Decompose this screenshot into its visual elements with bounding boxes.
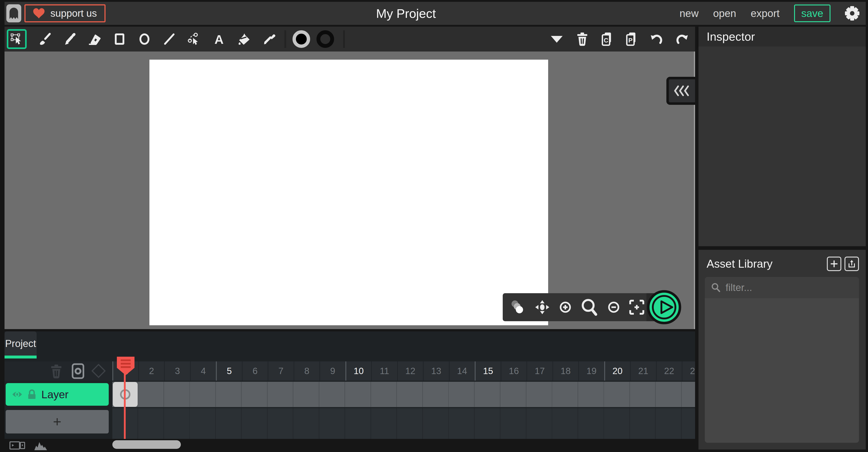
frame-ruler-cell[interactable]: 10 [345, 361, 371, 381]
frame-ruler-cell[interactable]: 20 [604, 361, 630, 381]
upload-asset-button[interactable] [844, 257, 859, 271]
timeline-panel: Project [4, 331, 695, 452]
tool-path-cursor[interactable] [188, 33, 201, 45]
svg-text:P: P [628, 37, 633, 44]
fit-to-screen-icon [629, 300, 644, 315]
chevron-down-icon [550, 35, 563, 43]
tool-options-dropdown[interactable] [550, 35, 563, 43]
frame-ruler-cell[interactable]: 12 [397, 361, 423, 381]
frame-ruler-cell[interactable]: 18 [553, 361, 579, 381]
timeline-horizontal-scrollbar[interactable] [112, 440, 181, 449]
playhead-grip-line [121, 359, 131, 361]
tool-ellipse[interactable] [138, 33, 151, 45]
copy-button[interactable]: C [601, 32, 613, 46]
mountain-waveform-icon [34, 441, 48, 450]
frame-ruler-cell[interactable]: 23 [682, 361, 695, 381]
play-icon [647, 290, 681, 324]
zoom-tool-button[interactable] [581, 299, 598, 316]
frame-ruler-cell[interactable]: 13 [423, 361, 449, 381]
tool-brush[interactable] [38, 33, 52, 45]
frame-number: 23 [690, 366, 695, 376]
asset-library-panel: Asset Library [699, 250, 866, 450]
wick-ghost-logo[interactable] [6, 4, 21, 22]
empty-frame-track[interactable] [112, 408, 695, 439]
tool-rectangle[interactable] [113, 33, 126, 45]
brush-icon [38, 33, 52, 45]
undo-icon [650, 33, 663, 45]
frame-size-toggle-button[interactable] [9, 440, 25, 451]
play-button[interactable] [647, 290, 681, 324]
frame-number: 15 [483, 366, 493, 376]
frame-ruler-cell[interactable]: 9 [319, 361, 345, 381]
paste-button[interactable]: P [625, 32, 637, 46]
frame-ruler-cell[interactable]: 7 [268, 361, 293, 381]
frame-ruler-cell[interactable]: 6 [242, 361, 268, 381]
frame-ruler-cell[interactable]: 17 [526, 361, 553, 381]
layer-lock-icon[interactable] [27, 389, 36, 399]
layer-name: Layer [41, 388, 68, 401]
add-tween-button[interactable] [90, 363, 107, 379]
delete-button[interactable] [576, 32, 588, 46]
frame-ruler-cell[interactable]: 2 [138, 361, 164, 381]
frame-ruler-cell[interactable]: 11 [371, 361, 397, 381]
onion-skin-button[interactable] [510, 300, 525, 315]
add-frame-button[interactable] [71, 363, 85, 379]
frame-ruler-cell[interactable]: 8 [293, 361, 320, 381]
inspector-panel: Inspector [699, 27, 866, 246]
settings-button[interactable] [845, 6, 860, 21]
redo-button[interactable] [676, 33, 689, 45]
new-button[interactable]: new [680, 7, 699, 20]
inspector-body [699, 46, 866, 246]
export-button[interactable]: export [751, 7, 780, 20]
layer-bar[interactable]: Layer [6, 383, 109, 406]
save-button[interactable]: save [794, 4, 831, 22]
collapse-panel-button[interactable] [666, 77, 695, 105]
delete-frame-button[interactable] [50, 364, 63, 379]
onion-skin-icon [510, 300, 525, 315]
frame-ruler-cell[interactable]: 15 [475, 361, 501, 381]
frame-ruler-cell[interactable]: 14 [449, 361, 475, 381]
add-layer-button[interactable]: + [6, 410, 109, 433]
tool-select-cursor[interactable] [7, 29, 27, 49]
canvas-stage[interactable] [149, 60, 548, 325]
tool-eraser[interactable] [88, 33, 101, 45]
stroke-color-swatch[interactable] [316, 30, 334, 48]
add-asset-button[interactable] [827, 257, 841, 271]
fill-color-swatch[interactable] [292, 30, 310, 48]
magnifier-icon [581, 299, 598, 316]
zoom-in-icon [559, 301, 571, 313]
open-button[interactable]: open [713, 7, 736, 20]
timeline-row-2: + [4, 408, 695, 439]
tool-pencil[interactable] [63, 33, 76, 45]
undo-button[interactable] [650, 33, 663, 45]
canvas-controls-bar [503, 293, 669, 321]
frame-ruler-cell[interactable]: 19 [578, 361, 604, 381]
tool-text[interactable]: A [213, 33, 225, 45]
zoom-out-button[interactable] [608, 301, 620, 313]
rectangle-icon [113, 33, 126, 45]
frame-ruler-cell[interactable]: 5 [216, 361, 242, 381]
tool-eyedropper[interactable] [262, 33, 275, 45]
asset-filter-input[interactable] [725, 282, 843, 293]
pan-tool-button[interactable] [535, 300, 550, 315]
layer-frame-track[interactable] [112, 382, 695, 407]
tool-paint-bucket[interactable] [237, 33, 250, 45]
support-us-button[interactable]: support us [24, 4, 105, 22]
frame-size-icon [9, 440, 25, 451]
tab-project[interactable]: Project [4, 331, 37, 358]
waveform-toggle-button[interactable] [34, 441, 48, 450]
tool-line[interactable] [163, 33, 176, 45]
fit-to-screen-button[interactable] [629, 300, 644, 315]
frame-ruler-cell[interactable]: 22 [656, 361, 682, 381]
frame-number: 21 [638, 366, 649, 376]
frame-ruler-cell[interactable]: 21 [630, 361, 656, 381]
layer-visibility-eye-icon[interactable] [12, 391, 22, 398]
frame-ruler-cell[interactable]: 3 [164, 361, 190, 381]
frame-ruler-cell[interactable]: 16 [501, 361, 527, 381]
frame-number: 12 [405, 366, 415, 376]
timeline-header-row: 1234567891011121314151617181920212223 [4, 361, 695, 381]
frame-number: 22 [664, 366, 674, 376]
frame-number: 3 [175, 366, 180, 376]
zoom-in-button[interactable] [559, 301, 571, 313]
frame-ruler-cell[interactable]: 4 [190, 361, 216, 381]
